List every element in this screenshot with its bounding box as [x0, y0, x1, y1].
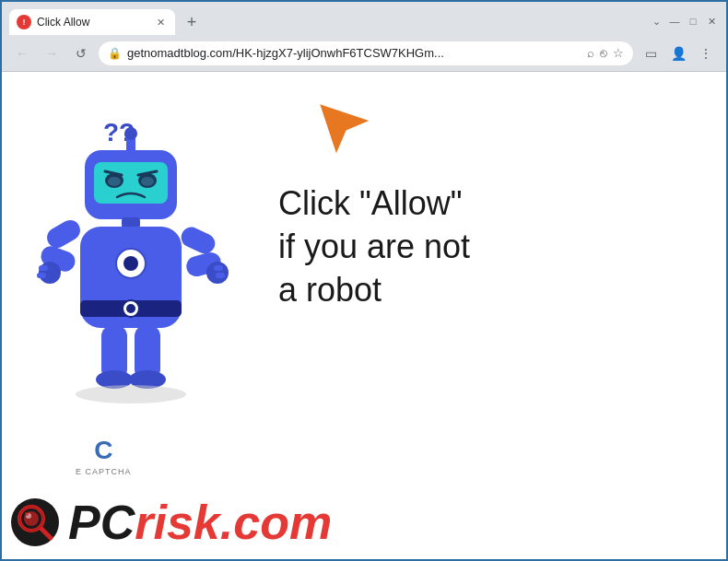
captcha-text-line3: a robot	[278, 269, 470, 312]
svg-rect-24	[178, 224, 218, 257]
close-button[interactable]: ✕	[704, 14, 719, 29]
ecaptcha-logo: C E CAPTCHA	[76, 436, 132, 476]
tab-favicon: !	[17, 15, 31, 29]
ecaptcha-label: E CAPTCHA	[76, 467, 132, 476]
svg-marker-0	[306, 90, 369, 153]
forward-button[interactable]: →	[39, 41, 65, 66]
svg-rect-27	[214, 265, 223, 271]
svg-rect-3	[94, 162, 168, 204]
new-tab-button[interactable]: +	[179, 9, 205, 35]
url-text: getnomadtblog.com/HK-hjzgX7-ylijOnwhF6TC…	[127, 46, 581, 60]
pcrisk-watermark: PCrisk.com	[2, 485, 726, 559]
svg-rect-22	[39, 265, 48, 271]
minimize-button[interactable]: —	[667, 14, 682, 29]
tab-title: Click Allow	[37, 16, 147, 29]
back-button[interactable]: ←	[9, 41, 35, 66]
toolbar-right: ▭ 👤 ⋮	[638, 41, 719, 66]
pcrisk-logo-icon	[11, 498, 59, 546]
sidebar-toggle-button[interactable]: ▭	[638, 41, 663, 66]
window-controls: ⌄ — □ ✕	[641, 14, 726, 29]
menu-button[interactable]: ⋮	[693, 41, 719, 66]
svg-point-33	[76, 385, 186, 403]
reload-button[interactable]: ↺	[68, 41, 94, 66]
chrome-window: ! Click Allow ✕ + ⌄ — □ ✕ ← → ↺ 🔒 getnom…	[0, 0, 728, 561]
pcrisk-brand-text: PCrisk.com	[68, 498, 332, 546]
maximize-button[interactable]: □	[686, 14, 700, 29]
lock-icon: 🔒	[108, 47, 122, 60]
svg-rect-23	[37, 273, 46, 278]
share-icon[interactable]: ⎋	[600, 46, 607, 60]
tab-close-button[interactable]: ✕	[153, 15, 168, 29]
svg-point-8	[141, 177, 154, 186]
search-icon[interactable]: ⌕	[587, 46, 594, 60]
captcha-main-text: Click "Allow" if you are not a robot	[278, 182, 470, 311]
active-tab[interactable]: ! Click Allow ✕	[9, 9, 175, 35]
toolbar: ← → ↺ 🔒 getnomadtblog.com/HK-hjzgX7-ylij…	[2, 35, 726, 72]
page-content: ??	[2, 72, 726, 559]
robot-illustration: ??	[29, 109, 269, 459]
tab-search-button[interactable]: ⌄	[649, 14, 663, 29]
bookmark-icon[interactable]: ☆	[613, 46, 624, 60]
svg-rect-28	[216, 273, 225, 278]
svg-point-16	[126, 304, 135, 313]
tabs-area: ! Click Allow ✕ +	[2, 7, 641, 35]
svg-point-5	[108, 177, 121, 186]
svg-point-18	[123, 256, 138, 271]
address-bar[interactable]: 🔒 getnomadtblog.com/HK-hjzgX7-ylijOnwhF6…	[98, 41, 634, 66]
svg-line-38	[41, 528, 52, 539]
ecaptcha-c-icon: C	[94, 436, 112, 465]
svg-point-37	[25, 512, 29, 516]
captcha-text-line2: if you are not	[278, 226, 470, 269]
pcrisk-pc: PC	[68, 496, 135, 549]
svg-point-11	[124, 127, 137, 140]
profile-button[interactable]: 👤	[665, 41, 691, 66]
address-bar-icons: ⌕ ⎋ ☆	[587, 46, 624, 60]
pcrisk-suffix: risk.com	[135, 496, 332, 549]
svg-rect-19	[43, 216, 84, 251]
svg-point-26	[206, 262, 229, 284]
captcha-text-line1: Click "Allow"	[278, 182, 470, 226]
title-bar: ! Click Allow ✕ + ⌄ — □ ✕	[2, 2, 726, 35]
